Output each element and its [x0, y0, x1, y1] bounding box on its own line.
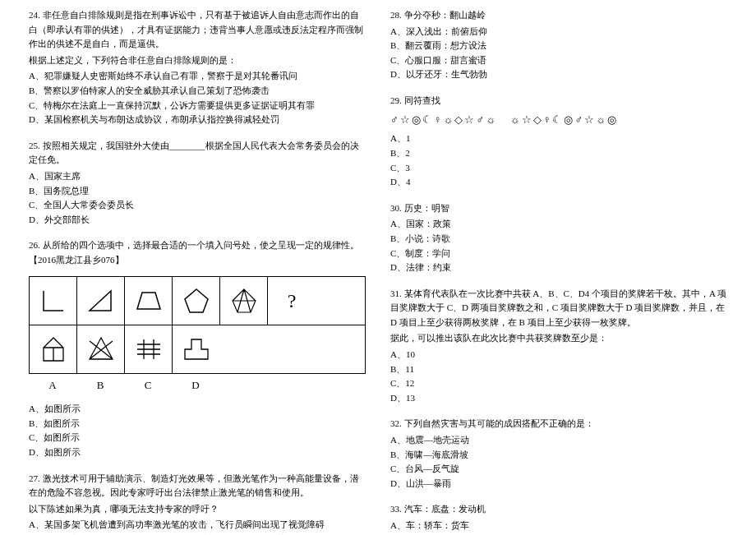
- question-27: 27. 激光技术可用于辅助演示、制造灯光效果等，但激光笔作为一种高能量设备，潜在…: [29, 472, 366, 535]
- question-28: 28. 争分夺秒：翻山越岭 A、深入浅出：前俯后仰 B、翻云覆雨：想方设法 C、…: [390, 8, 727, 82]
- figure-labels: A B C D: [29, 377, 366, 394]
- figure-cell-question: ?: [268, 277, 316, 325]
- q29-option-b: B、2: [390, 146, 727, 161]
- q30-option-a: A、国家：政策: [390, 217, 727, 232]
- label-a: A: [29, 377, 76, 394]
- q25-text: 25. 按照相关规定，我国驻外大使由________根据全国人民代表大会常务委员…: [29, 139, 366, 168]
- figure-cell-1: [30, 277, 77, 325]
- figure-option-b: [77, 325, 125, 373]
- q31-option-c: C、12: [390, 376, 727, 391]
- q31-option-b: B、11: [390, 362, 727, 377]
- figure-cell-5: [220, 277, 268, 325]
- q27-option-a: A、某国多架飞机曾遭到高功率激光笔的攻击，飞行员瞬间出现了视觉障碍: [29, 518, 366, 533]
- figure-option-c: [125, 325, 173, 373]
- q28-option-b: B、翻云覆雨：想方设法: [390, 39, 727, 53]
- question-33: 33. 汽车：底盘：发动机 A、车：轿车：货车 B、车身：车门：车窗 C、车灯：…: [390, 502, 727, 535]
- q28-option-a: A、深入浅出：前俯后仰: [390, 25, 727, 39]
- figure-option-a: [30, 325, 77, 373]
- q26-option-a: A、如图所示: [29, 402, 366, 417]
- figure-row-top: ?: [29, 276, 366, 325]
- q29-option-d: D、4: [390, 175, 727, 190]
- q26-option-d: D、如图所示: [29, 445, 366, 460]
- q26-text: 26. 从所给的四个选项中，选择最合适的一个填入问号处，使之呈现一定的规律性。【…: [29, 238, 366, 267]
- svg-text:?: ?: [288, 290, 297, 311]
- label-c: C: [124, 377, 172, 394]
- q26-option-b: B、如图所示: [29, 417, 366, 431]
- label-b: B: [76, 377, 124, 394]
- figure-cell-4: [173, 277, 220, 325]
- question-29: 29. 同符查找 ♂☆◎☾♀☼◇☆♂☼ ☼☆◇♀☾◎♂☆☼◎ A、1 B、2 C…: [390, 94, 727, 190]
- q32-option-a: A、地震—地壳运动: [390, 433, 727, 448]
- q30-option-b: B、小说：诗歌: [390, 232, 727, 247]
- q28-option-d: D、以牙还牙：生气勃勃: [390, 67, 727, 82]
- figure-cell-3: [125, 277, 173, 325]
- q29-option-a: A、1: [390, 131, 727, 146]
- q32-option-c: C、台风—反气旋: [390, 462, 727, 477]
- q30-option-c: C、制度：学问: [390, 247, 727, 261]
- q25-option-d: D、外交部部长: [29, 213, 366, 228]
- q27-text: 27. 激光技术可用于辅助演示、制造灯光效果等，但激光笔作为一种高能量设备，潜在…: [29, 472, 366, 500]
- q31-option-a: A、10: [390, 348, 727, 362]
- q24-option-c: C、特梅尔在法庭上一直保持沉默，公诉方需要提供更多证据证明其有罪: [29, 99, 366, 113]
- label-d: D: [172, 377, 219, 394]
- figure-cell-2: [77, 277, 125, 325]
- q29-text: 29. 同符查找: [390, 94, 727, 108]
- q32-text: 32. 下列自然灾害与其可能的成因搭配不正确的是：: [390, 417, 727, 431]
- q28-text: 28. 争分夺秒：翻山越岭: [390, 8, 727, 23]
- q24-option-b: B、警察以罗伯特家人的安全威胁其承认自己策划了恐怖袭击: [29, 84, 366, 99]
- q31-sub: 据此，可以推出该队在此次比赛中共获奖牌数至少是：: [390, 331, 727, 346]
- q33-option-a: A、车：轿车：货车: [390, 519, 727, 533]
- q24-sub: 根据上述定义，下列符合非任意自白排除规则的是：: [29, 53, 366, 68]
- q26-option-c: C、如图所示: [29, 431, 366, 445]
- question-30: 30. 历史：明智 A、国家：政策 B、小说：诗歌 C、制度：学问 D、法律：约…: [390, 201, 727, 275]
- figure-option-d: [173, 325, 220, 373]
- q33-text: 33. 汽车：底盘：发动机: [390, 502, 727, 517]
- question-32: 32. 下列自然灾害与其可能的成因搭配不正确的是： A、地震—地壳运动 B、海啸…: [390, 417, 727, 491]
- q31-text: 31. 某体育代表队在一次比赛中共获 A、B、C、D4 个项目的奖牌若干枚。其中…: [390, 287, 727, 330]
- q27-sub: 以下陈述如果为真，哪项无法支持专家的呼吁？: [29, 502, 366, 517]
- question-31: 31. 某体育代表队在一次比赛中共获 A、B、C、D4 个项目的奖牌若干枚。其中…: [390, 287, 727, 406]
- q32-option-b: B、海啸—海底滑坡: [390, 448, 727, 463]
- q28-option-c: C、心服口服：甜言蜜语: [390, 53, 727, 68]
- q30-text: 30. 历史：明智: [390, 201, 727, 216]
- q24-option-d: D、某国检察机关与布朗达成协议，布朗承认指控换得减轻处罚: [29, 113, 366, 127]
- q26-figure: ?: [29, 276, 366, 394]
- q30-option-d: D、法律：约束: [390, 261, 727, 275]
- q25-option-a: A、国家主席: [29, 169, 366, 184]
- q24-text: 24. 非任意自白排除规则是指在刑事诉讼中，只有基于被追诉人自由意志而作出的自白…: [29, 8, 366, 52]
- q29-option-c: C、3: [390, 161, 727, 176]
- q31-option-d: D、13: [390, 391, 727, 406]
- q24-option-a: A、犯罪嫌疑人史密斯始终不承认自己有罪，警察于是对其轮番讯问: [29, 69, 366, 84]
- figure-row-bottom: [29, 325, 366, 374]
- q32-option-d: D、山洪—暴雨: [390, 477, 727, 491]
- q29-symbols: ♂☆◎☾♀☼◇☆♂☼ ☼☆◇♀☾◎♂☆☼◎: [390, 112, 727, 129]
- question-26: 26. 从所给的四个选项中，选择最合适的一个填入问号处，使之呈现一定的规律性。【…: [29, 238, 366, 459]
- q25-option-b: B、国务院总理: [29, 184, 366, 199]
- q25-option-c: C、全国人大常委会委员长: [29, 198, 366, 213]
- question-24: 24. 非任意自白排除规则是指在刑事诉讼中，只有基于被追诉人自由意志而作出的自白…: [29, 8, 366, 127]
- question-25: 25. 按照相关规定，我国驻外大使由________根据全国人民代表大会常务委员…: [29, 139, 366, 228]
